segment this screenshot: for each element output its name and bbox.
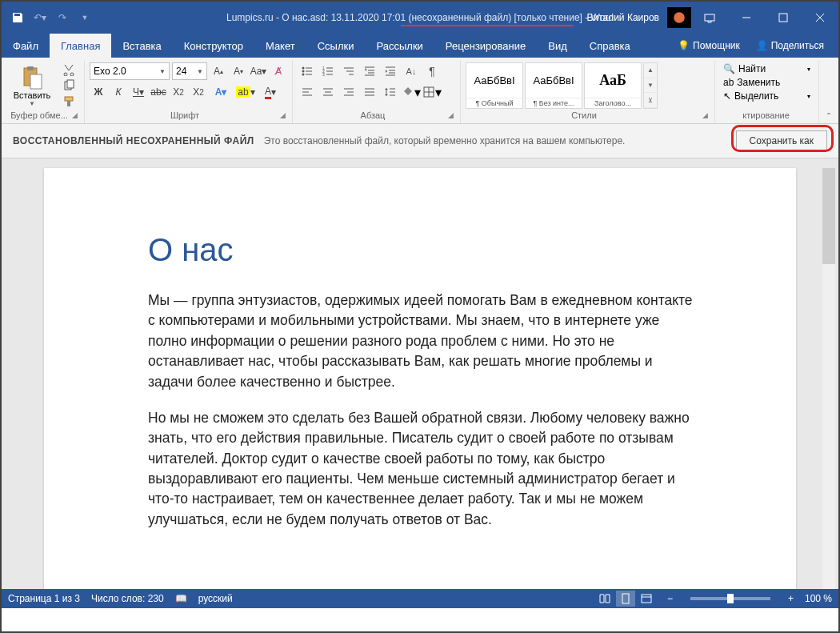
borders-button[interactable]: ▾ [422, 83, 442, 101]
dialog-launcher-font[interactable]: ◢ [280, 111, 286, 119]
undo-icon[interactable]: ↶▾ [30, 8, 50, 27]
tab-design[interactable]: Конструктор [173, 34, 254, 58]
font-color-button[interactable]: A▾ [259, 83, 282, 101]
sort-button[interactable]: A↓ [402, 62, 421, 80]
grow-font-button[interactable]: A▴ [210, 62, 227, 80]
tab-file[interactable]: Файл [2, 34, 50, 58]
svg-rect-56 [642, 595, 651, 603]
group-label-clipboard: Буфер обме... [6, 110, 72, 120]
save-icon[interactable] [8, 8, 27, 27]
dialog-launcher-paragraph[interactable]: ◢ [448, 111, 454, 119]
text-effects-button[interactable]: A▾ [210, 83, 232, 101]
align-right-button[interactable] [339, 83, 358, 101]
align-center-button[interactable] [318, 83, 338, 101]
minimize-button[interactable] [728, 2, 765, 34]
zoom-slider[interactable] [690, 597, 770, 600]
decrease-indent-button[interactable] [360, 62, 379, 80]
styles-expand[interactable]: ⊻ [644, 93, 657, 108]
save-as-button[interactable]: Сохранить как [736, 130, 827, 151]
styles-scroll-up[interactable]: ▲ [644, 63, 657, 78]
tell-me-button[interactable]: 💡 Помощник [671, 40, 746, 51]
zoom-handle[interactable] [727, 594, 734, 603]
styles-scroll-down[interactable]: ▼ [644, 78, 657, 94]
ribbon-display-icon[interactable] [691, 2, 728, 34]
web-layout-icon[interactable] [637, 591, 656, 607]
find-button[interactable]: 🔍Найти▾ [720, 62, 814, 75]
group-editing: 🔍Найти▾ abЗаменить ↖Выделить▾ ктирование [715, 61, 819, 123]
dialog-launcher-clipboard[interactable]: ◢ [72, 111, 78, 119]
tab-help[interactable]: Справка [578, 34, 642, 58]
style-normal[interactable]: АаБбВвІ¶ Обычный [466, 62, 523, 109]
tab-insert[interactable]: Вставка [111, 34, 172, 58]
recovery-title: ВОССТАНОВЛЕННЫЙ НЕСОХРАНЕННЫЙ ФАЙЛ [13, 135, 254, 146]
bold-button[interactable]: Ж [90, 83, 107, 101]
multilevel-list-button[interactable] [339, 62, 358, 80]
font-name-combo[interactable]: Exo 2.0▼ [90, 62, 170, 80]
share-button[interactable]: 👤 Поделиться [750, 40, 830, 51]
svg-rect-1 [705, 14, 714, 21]
group-label-paragraph: Абзац [298, 110, 448, 120]
read-mode-icon[interactable] [595, 591, 614, 607]
lightbulb-icon: 💡 [678, 40, 690, 51]
spell-check-icon[interactable]: 📖 [175, 593, 187, 604]
collapse-ribbon-button[interactable]: ˆ [819, 61, 838, 123]
cut-icon[interactable] [59, 62, 78, 77]
zoom-out-button[interactable]: − [667, 593, 673, 604]
zoom-in-button[interactable]: + [788, 593, 794, 604]
redo-icon[interactable]: ↷ [53, 8, 72, 27]
title-bar: ↶▾ ↷ ▼ Lumpics.ru - О нас.asd: 13.11.202… [2, 2, 838, 34]
replace-button[interactable]: abЗаменить [720, 76, 814, 89]
dialog-launcher-styles[interactable]: ◢ [702, 111, 708, 119]
format-painter-icon[interactable] [59, 94, 78, 109]
tab-home[interactable]: Главная [50, 34, 111, 58]
document-page[interactable]: О нас Мы — группа энтузиастов, одержимых… [44, 168, 796, 589]
justify-button[interactable] [360, 83, 379, 101]
paste-button[interactable]: Вставить ▼ [6, 62, 58, 109]
increase-indent-button[interactable] [381, 62, 400, 80]
vertical-scrollbar[interactable] [822, 168, 835, 589]
style-heading[interactable]: АаБЗаголово... [584, 62, 642, 109]
strikethrough-button[interactable]: abc [150, 83, 167, 101]
group-clipboard: Вставить ▼ Буфер обме...◢ [2, 61, 85, 123]
clear-formatting-button[interactable]: A̸ [270, 62, 287, 80]
line-spacing-button[interactable] [381, 83, 400, 101]
word-count[interactable]: Число слов: 230 [91, 593, 164, 604]
subscript-button[interactable]: X2 [170, 83, 187, 101]
tab-view[interactable]: Вид [537, 34, 578, 58]
group-paragraph: 123 A↓ ¶ ▾ ▾ [293, 61, 461, 123]
styles-scroll: ▲ ▼ ⊻ [643, 62, 658, 109]
align-left-button[interactable] [298, 83, 317, 101]
italic-button[interactable]: К [110, 83, 127, 101]
maximize-button[interactable] [765, 2, 802, 34]
svg-point-15 [302, 70, 305, 73]
svg-text:3: 3 [322, 72, 325, 77]
document-viewport[interactable]: О нас Мы — группа энтузиастов, одержимых… [2, 158, 838, 589]
bullets-button[interactable] [298, 62, 317, 80]
font-size-combo[interactable]: 24▼ [172, 62, 207, 80]
highlight-button[interactable]: ab▾ [234, 83, 257, 101]
language-indicator[interactable]: русский [198, 593, 233, 604]
select-button[interactable]: ↖Выделить▾ [720, 90, 814, 102]
close-button[interactable] [802, 2, 838, 34]
tab-layout[interactable]: Макет [254, 34, 306, 58]
tab-review[interactable]: Рецензирование [434, 34, 537, 58]
shrink-font-button[interactable]: A▾ [230, 62, 247, 80]
print-layout-icon[interactable] [616, 591, 635, 607]
qat-customize-icon[interactable]: ▼ [75, 8, 94, 27]
show-marks-button[interactable]: ¶ [422, 62, 442, 80]
tab-references[interactable]: Ссылки [306, 34, 366, 58]
user-avatar[interactable] [667, 7, 691, 28]
page-indicator[interactable]: Страница 1 из 3 [8, 593, 80, 604]
change-case-button[interactable]: Aa▾ [250, 62, 267, 80]
recovery-message: Это восстановленный файл, который времен… [264, 135, 726, 146]
quick-access-toolbar: ↶▾ ↷ ▼ [2, 8, 101, 27]
shading-button[interactable]: ▾ [402, 83, 421, 101]
style-no-spacing[interactable]: АаБбВвІ¶ Без инте... [525, 62, 582, 109]
zoom-level[interactable]: 100 % [805, 593, 832, 604]
numbering-button[interactable]: 123 [318, 62, 338, 80]
superscript-button[interactable]: X2 [190, 83, 207, 101]
underline-button[interactable]: Ч▾ [130, 83, 147, 101]
copy-icon[interactable] [59, 78, 78, 93]
tab-mailings[interactable]: Рассылки [365, 34, 434, 58]
scrollbar-thumb[interactable] [822, 168, 835, 264]
